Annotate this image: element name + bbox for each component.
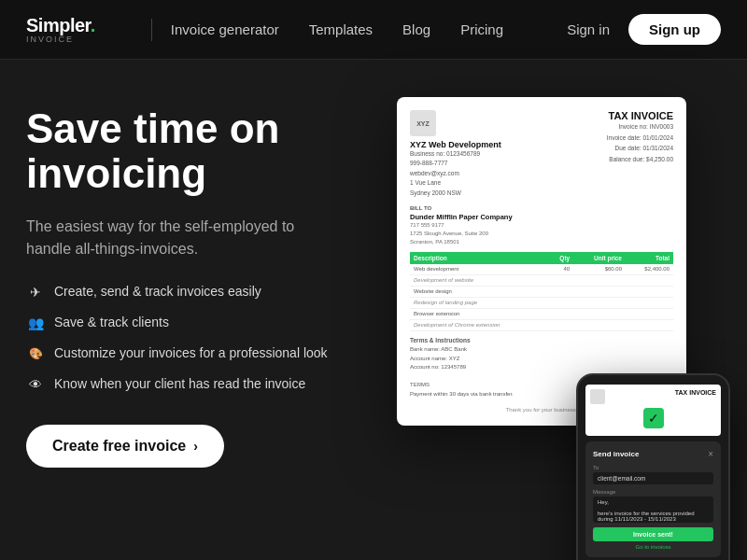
hero-title: Save time on invoicing <box>26 106 359 197</box>
table-row: Web development 40 $60.00 $2,400.00 <box>410 264 673 275</box>
phone-inv-title: TAX INVOICE <box>675 389 716 404</box>
phone-content: TAX INVOICE ✓ Send invoice × To client@e… <box>578 375 728 560</box>
logo[interactable]: Simpler. INVOICE <box>26 15 95 44</box>
phone-inv-header: TAX INVOICE <box>590 389 716 404</box>
go-to-invoices-link[interactable]: Go to invoices <box>593 544 713 550</box>
brand-subtitle: INVOICE <box>26 35 95 44</box>
message-label: Message <box>593 489 713 495</box>
row3-name: Browser extension <box>410 308 548 319</box>
nav-right: Sign in Sign up <box>567 14 721 45</box>
col-unit-price: Unit price <box>573 252 626 264</box>
bill-to-label: BILL TO <box>410 205 673 211</box>
feature-read-tracking: 👁 Know when your client has read the inv… <box>26 375 359 395</box>
feature-customize: 🎨 Customize your invoices for a professi… <box>26 344 359 364</box>
invoice-details: Business no: 0123456789 999-888-7777 web… <box>410 149 501 198</box>
table-row-desc: Redesign of landing page <box>410 297 673 308</box>
client-info: 717 555 9177 1725 Slough Avenue, Suite 2… <box>410 221 673 246</box>
col-description: Description <box>410 252 548 264</box>
modal-header: Send invoice × <box>593 449 713 459</box>
invoice-table: Description Qty Unit price Total Web dev… <box>410 252 673 331</box>
feature-create-send-text: Create, send & track invoices easily <box>54 283 261 301</box>
table-row: Browser extension <box>410 308 673 319</box>
brand-name: Simpler. <box>26 15 95 36</box>
row1-total: $2,400.00 <box>626 264 673 275</box>
phone-invoice-mini: TAX INVOICE ✓ <box>585 385 721 436</box>
feature-create-send: ✈ Create, send & track invoices easily <box>26 283 359 302</box>
modal-title: Send invoice <box>593 450 639 458</box>
feature-save-clients-text: Save & track clients <box>54 314 169 332</box>
row1-qty: 40 <box>548 264 574 275</box>
hero-right: XYZ XYZ Web Development Business no: 012… <box>388 97 721 560</box>
invoice-meta-right: TAX INVOICE Invoice no: INV0003 Invoice … <box>607 110 673 165</box>
nav-invoice-generator[interactable]: Invoice generator <box>171 21 279 37</box>
invoice-header: XYZ XYZ Web Development Business no: 012… <box>410 110 673 198</box>
invoice-meta: Invoice no: INV0003 Invoice date: 01/01/… <box>607 121 673 165</box>
row1-unit: $60.00 <box>573 264 626 275</box>
nav-pricing[interactable]: Pricing <box>460 21 503 37</box>
table-row-desc: Development of Chrome extension <box>410 319 673 330</box>
modal-close-icon[interactable]: × <box>708 449 713 459</box>
hero-left: Save time on invoicing The easiest way f… <box>26 97 359 560</box>
send-invoice-modal: Send invoice × To client@email.com Messa… <box>585 441 721 557</box>
row2-name: Website design <box>410 286 548 297</box>
clients-icon: 👥 <box>26 315 45 333</box>
customize-icon: 🎨 <box>26 345 45 364</box>
sign-up-button[interactable]: Sign up <box>628 14 721 45</box>
feature-customize-text: Customize your invoices for a profession… <box>54 344 328 363</box>
nav-templates[interactable]: Templates <box>309 21 373 37</box>
cta-label: Create free invoice <box>52 438 186 455</box>
phone-logo <box>590 389 605 404</box>
invoice-company-info: XYZ XYZ Web Development Business no: 012… <box>410 110 501 198</box>
feature-save-clients: 👥 Save & track clients <box>26 314 359 333</box>
feature-read-tracking-text: Know when your client has read the invoi… <box>54 375 305 394</box>
brand-dot: . <box>91 15 95 35</box>
navbar: Simpler. INVOICE Invoice generator Templ… <box>0 0 747 60</box>
to-label: To <box>593 465 713 470</box>
invoice-title: TAX INVOICE <box>607 110 673 121</box>
client-name: Dunder Mifflin Paper Company <box>410 213 673 221</box>
invoice-sent-badge: Invoice sent! <box>593 527 713 541</box>
table-row: Website design <box>410 286 673 297</box>
phone-preview: TAX INVOICE ✓ Send invoice × To client@e… <box>576 373 730 560</box>
invoice-company-name: XYZ Web Development <box>410 140 501 149</box>
modal-message-field: Message Hey, here's invoice for the serv… <box>593 489 713 523</box>
sign-in-link[interactable]: Sign in <box>567 21 610 37</box>
col-qty: Qty <box>548 252 574 264</box>
feature-list: ✈ Create, send & track invoices easily 👥… <box>26 283 359 395</box>
hero-section: Save time on invoicing The easiest way f… <box>0 60 747 560</box>
terms-title: Terms & Instructions <box>410 337 673 343</box>
cta-button[interactable]: Create free invoice › <box>26 425 224 468</box>
send-icon: ✈ <box>26 284 45 302</box>
cta-arrow: › <box>193 439 198 454</box>
eye-icon: 👁 <box>26 376 45 395</box>
to-input[interactable]: client@email.com <box>593 472 713 484</box>
nav-divider <box>151 19 152 41</box>
invoice-logo: XYZ <box>410 110 436 136</box>
invoice-bill-to: BILL TO Dunder Mifflin Paper Company 717… <box>410 205 673 246</box>
checkmark-area: ✓ <box>590 404 716 432</box>
table-row-desc: Development of website <box>410 274 673 286</box>
nav-blog[interactable]: Blog <box>402 21 430 37</box>
nav-links: Invoice generator Templates Blog Pricing <box>171 21 567 37</box>
col-total: Total <box>626 252 673 264</box>
modal-to-field: To client@email.com <box>593 465 713 484</box>
check-icon: ✓ <box>643 408 664 428</box>
message-textarea[interactable]: Hey, here's invoice for the services pro… <box>593 497 713 523</box>
row1-name: Web development <box>410 264 548 275</box>
hero-subtitle: The easiest way for the self-employed to… <box>26 216 325 260</box>
